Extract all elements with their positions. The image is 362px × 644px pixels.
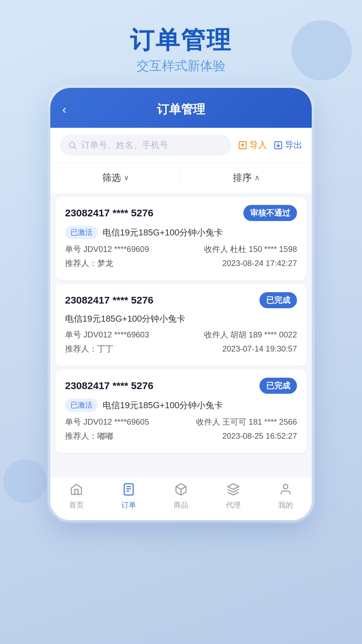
nav-label-products: 商品 — [174, 500, 188, 510]
order-top-row: 23082417 **** 5276 已完成 — [65, 292, 297, 308]
search-icon — [68, 141, 77, 150]
product-name: 电信19元185G+100分钟小兔卡 — [103, 399, 223, 411]
order-id: 23082417 **** 5276 — [65, 207, 154, 219]
activated-tag: 已激活 — [65, 226, 98, 239]
bg-circle-bottom-left — [3, 460, 47, 503]
page-title: 订单管理 — [130, 27, 232, 53]
order-no-label: 单号 JDV012 ****69603 — [65, 329, 149, 340]
tag-row: 已激活 电信19元185G+100分钟小兔卡 — [65, 226, 297, 239]
nav-item-orders[interactable]: 订单 — [112, 483, 145, 510]
order-card[interactable]: 23082417 **** 5276 已完成 已激活 电信19元185G+100… — [56, 370, 306, 453]
sort-button[interactable]: 排序 ∧ — [181, 168, 312, 187]
products-icon — [174, 483, 188, 498]
home-icon — [70, 483, 83, 498]
import-icon — [238, 141, 247, 150]
agent-icon — [227, 483, 240, 498]
nav-item-home[interactable]: 首页 — [60, 483, 93, 510]
topbar-title: 订单管理 — [157, 101, 205, 118]
order-no-label: 单号 JDV012 ****69605 — [65, 417, 149, 427]
page-header: 订单管理 交互样式新体验 — [130, 27, 232, 74]
filter-button[interactable]: 筛选 ∨ — [50, 168, 181, 187]
tag-row: 电信19元185G+100分钟小兔卡 — [65, 313, 297, 325]
nav-item-mine[interactable]: 我的 — [269, 483, 302, 510]
status-badge: 已完成 — [259, 292, 297, 308]
datetime-label: 2023-07-14 19:30:57 — [222, 344, 297, 354]
nav-label-orders: 订单 — [121, 500, 136, 510]
orders-list: 23082417 **** 5276 审核不通过 已激活 电信19元185G+1… — [50, 197, 312, 477]
sort-label: 排序 — [233, 171, 252, 184]
status-badge: 已完成 — [259, 378, 297, 394]
order-info-row-2: 推荐人：丁丁 2023-07-14 19:30:57 — [65, 343, 297, 354]
back-button[interactable]: ‹ — [62, 103, 66, 117]
order-info-row-1: 单号 JDV012 ****69609 收件人 杜杜 150 **** 1598 — [65, 244, 297, 255]
order-id: 23082417 **** 5276 — [65, 294, 154, 306]
export-label: 导出 — [285, 139, 302, 151]
phone-topbar: ‹ 订单管理 — [50, 88, 312, 128]
order-no-label: 单号 JDV012 ****69609 — [65, 244, 149, 255]
nav-item-products[interactable]: 商品 — [164, 483, 198, 510]
phone-content: 订单号、姓名、手机号 导入 导出 筛选 ∨ — [50, 128, 312, 520]
chevron-up-icon: ∧ — [254, 173, 260, 182]
list-spacer — [50, 457, 312, 470]
svg-marker-9 — [228, 484, 239, 490]
order-top-row: 23082417 **** 5276 已完成 — [65, 378, 297, 394]
recipient-label: 收件人 王可可 181 **** 2566 — [196, 417, 297, 427]
orders-icon — [122, 483, 135, 498]
activated-tag: 已激活 — [65, 398, 98, 412]
export-icon — [274, 141, 283, 150]
order-top-row: 23082417 **** 5276 审核不通过 — [65, 205, 297, 221]
status-badge: 审核不通过 — [243, 205, 297, 221]
svg-line-1 — [74, 147, 76, 149]
order-id: 23082417 **** 5276 — [65, 380, 154, 391]
bottom-nav: 首页 订单 — [50, 477, 312, 520]
order-info-row-1: 单号 JDV012 ****69603 收件人 胡胡 189 **** 0022 — [65, 329, 297, 340]
order-info-row-1: 单号 JDV012 ****69605 收件人 王可可 181 **** 256… — [65, 417, 297, 427]
page-subtitle: 交互样式新体验 — [130, 57, 232, 74]
search-input-wrapper[interactable]: 订单号、姓名、手机号 — [60, 135, 231, 156]
import-button[interactable]: 导入 — [238, 139, 267, 151]
nav-label-mine: 我的 — [278, 500, 293, 510]
chevron-down-icon: ∨ — [124, 173, 129, 182]
bg-circle-top-right — [292, 20, 352, 80]
filter-bar: 筛选 ∨ 排序 ∧ — [50, 162, 312, 193]
nav-label-agent: 代理 — [226, 500, 241, 510]
nav-item-agent[interactable]: 代理 — [217, 483, 250, 510]
export-button[interactable]: 导出 — [274, 139, 302, 151]
referrer-label: 推荐人：嘟嘟 — [65, 431, 113, 441]
recipient-label: 收件人 胡胡 189 **** 0022 — [204, 329, 297, 340]
svg-point-10 — [283, 484, 288, 489]
datetime-label: 2023-08-25 16:52:27 — [222, 431, 297, 441]
nav-label-home: 首页 — [69, 500, 84, 510]
product-name: 电信19元185G+100分钟小兔卡 — [65, 313, 185, 325]
filter-label: 筛选 — [102, 171, 121, 184]
order-card[interactable]: 23082417 **** 5276 已完成 电信19元185G+100分钟小兔… — [56, 284, 306, 366]
tag-row: 已激活 电信19元185G+100分钟小兔卡 — [65, 398, 297, 412]
search-area: 订单号、姓名、手机号 导入 导出 — [50, 128, 312, 162]
recipient-label: 收件人 杜杜 150 **** 1598 — [204, 244, 297, 255]
order-info-row-2: 推荐人：梦龙 2023-08-24 17:42:27 — [65, 258, 297, 269]
mine-icon — [279, 483, 292, 498]
phone-mockup: ‹ 订单管理 订单号、姓名、手机号 导入 — [50, 88, 312, 520]
order-info-row-2: 推荐人：嘟嘟 2023-08-25 16:52:27 — [65, 431, 297, 441]
datetime-label: 2023-08-24 17:42:27 — [222, 259, 297, 268]
search-placeholder: 订单号、姓名、手机号 — [81, 139, 168, 151]
product-name: 电信19元185G+100分钟小兔卡 — [103, 227, 223, 238]
referrer-label: 推荐人：梦龙 — [65, 258, 113, 269]
order-card[interactable]: 23082417 **** 5276 审核不通过 已激活 电信19元185G+1… — [56, 197, 306, 280]
svg-point-0 — [69, 142, 75, 147]
referrer-label: 推荐人：丁丁 — [65, 343, 113, 354]
svg-rect-4 — [124, 484, 133, 495]
import-label: 导入 — [249, 139, 267, 151]
